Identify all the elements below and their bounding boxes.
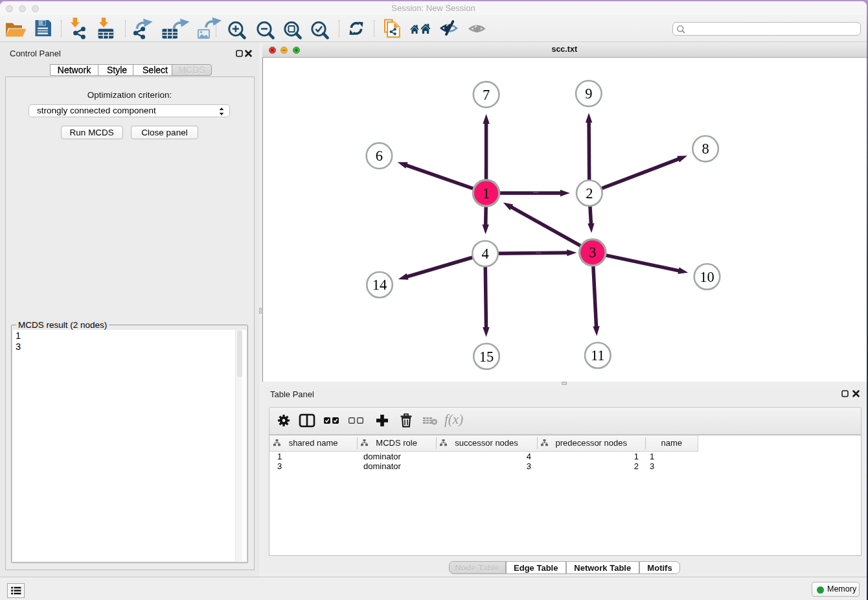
svg-text:10: 10	[700, 269, 714, 285]
svg-text:3: 3	[589, 244, 596, 260]
svg-text:14: 14	[372, 277, 387, 293]
svg-text:8: 8	[702, 141, 709, 157]
svg-text:4: 4	[481, 246, 488, 262]
svg-text:6: 6	[376, 148, 383, 164]
svg-text:15: 15	[479, 349, 494, 365]
svg-text:9: 9	[585, 86, 592, 102]
svg-text:2: 2	[586, 185, 593, 202]
svg-text:7: 7	[483, 87, 490, 103]
svg-text:11: 11	[591, 347, 605, 363]
svg-text:1: 1	[483, 185, 490, 202]
